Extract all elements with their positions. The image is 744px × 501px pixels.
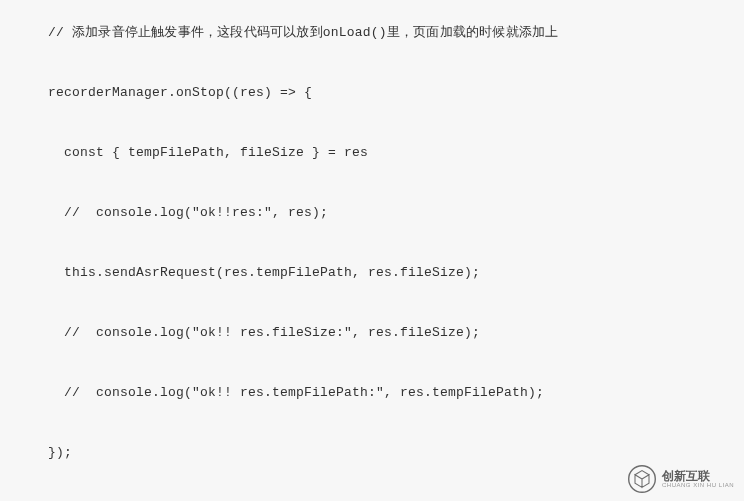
code-line: }); — [48, 438, 744, 468]
code-line: // console.log("ok!! res.fileSize:", res… — [48, 318, 744, 348]
code-line — [48, 288, 744, 318]
code-line: // console.log("ok!!res:", res); — [48, 198, 744, 228]
code-line: // 添加录音停止触发事件，这段代码可以放到onLoad()里，页面加载的时候就… — [48, 18, 744, 48]
code-line — [48, 108, 744, 138]
code-line — [48, 408, 744, 438]
watermark-logo-icon — [628, 465, 656, 493]
watermark-pinyin: CHUANG XIN HU LIAN — [662, 482, 734, 488]
code-line — [48, 348, 744, 378]
code-block: // 添加录音停止触发事件，这段代码可以放到onLoad()里，页面加载的时候就… — [0, 0, 744, 501]
code-line: const { tempFilePath, fileSize } = res — [48, 138, 744, 168]
code-line — [48, 168, 744, 198]
code-line: recorderManager.onStop((res) => { — [48, 78, 744, 108]
code-line — [48, 228, 744, 258]
watermark-text: 创新互联 CHUANG XIN HU LIAN — [662, 470, 734, 488]
watermark-cn: 创新互联 — [662, 470, 734, 482]
code-line: // console.log("ok!! res.tempFilePath:",… — [48, 378, 744, 408]
code-line — [48, 48, 744, 78]
code-line: this.sendAsrRequest(res.tempFilePath, re… — [48, 258, 744, 288]
watermark: 创新互联 CHUANG XIN HU LIAN — [628, 465, 734, 493]
